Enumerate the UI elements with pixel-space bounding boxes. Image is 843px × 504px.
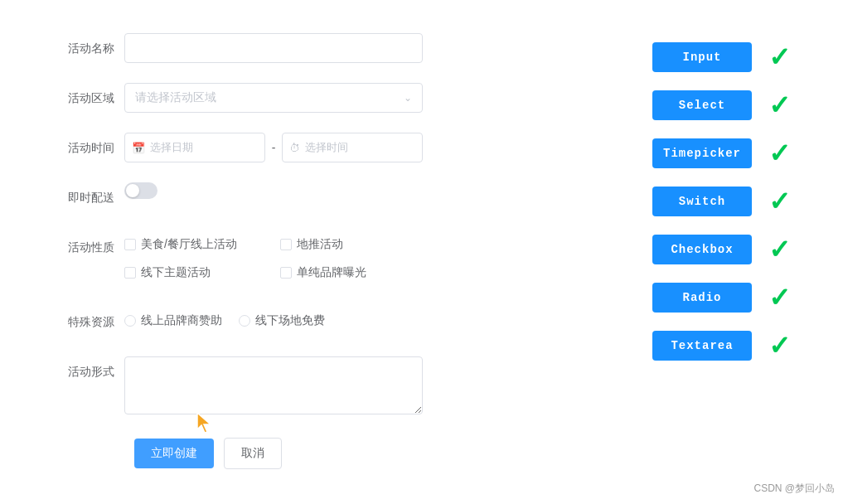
checkbox-item-2[interactable]: 线下主题活动 bbox=[124, 265, 267, 280]
clock-icon: ⏱ bbox=[289, 142, 300, 154]
select-area-placeholder: 请选择活动区域 bbox=[135, 90, 216, 105]
form-row-area: 活动区域 请选择活动区域 ⌄ bbox=[66, 83, 603, 113]
type-btn-textarea[interactable]: Textarea bbox=[652, 331, 752, 361]
checkbox-item-0[interactable]: 美食/餐厅线上活动 bbox=[124, 237, 267, 252]
checkbox-label-1: 地推活动 bbox=[297, 237, 343, 252]
label-delivery: 即时配送 bbox=[66, 182, 124, 212]
date-separator: - bbox=[272, 141, 276, 154]
control-name bbox=[124, 33, 603, 63]
form-row-delivery: 即时配送 bbox=[66, 182, 603, 212]
chevron-down-icon: ⌄ bbox=[404, 92, 412, 104]
type-row-input: Input ✓ bbox=[652, 33, 826, 81]
type-row-timepicker: Timepicker ✓ bbox=[652, 129, 826, 177]
form-row-acttype: 活动形式 bbox=[66, 356, 603, 418]
switch-delivery[interactable] bbox=[124, 182, 603, 199]
type-btn-checkbox[interactable]: Checkbox bbox=[652, 235, 752, 264]
checkbox-box-3 bbox=[280, 267, 292, 279]
check-icon-timepicker: ✓ bbox=[768, 140, 791, 167]
time-placeholder: 选择时间 bbox=[305, 140, 348, 155]
radio-item-1[interactable]: 线下场地免费 bbox=[239, 313, 325, 328]
check-icon-switch: ✓ bbox=[768, 188, 791, 215]
watermark: CSDN @梦回小岛 bbox=[753, 482, 835, 496]
checkbox-box-2 bbox=[124, 267, 136, 279]
switch-thumb bbox=[126, 184, 139, 197]
type-row-radio: Radio ✓ bbox=[652, 274, 826, 322]
checkbox-label-3: 单纯品牌曝光 bbox=[297, 265, 366, 280]
calendar-icon: 📅 bbox=[132, 142, 145, 154]
control-nature: 美食/餐厅线上活动 地推活动 线下主题活动 单纯品牌曝光 bbox=[124, 232, 603, 287]
form-row-resource: 特殊资源 线上品牌商赞助 线下场地免费 bbox=[66, 307, 603, 337]
radio-item-0[interactable]: 线上品牌商赞助 bbox=[124, 313, 222, 328]
checkbox-item-1[interactable]: 地推活动 bbox=[280, 237, 423, 252]
cursor-icon bbox=[194, 411, 214, 431]
date-input[interactable]: 📅 选择日期 bbox=[124, 133, 265, 162]
checkbox-box-0 bbox=[124, 239, 136, 250]
date-placeholder: 选择日期 bbox=[150, 140, 193, 155]
type-row-select: Select ✓ bbox=[652, 81, 826, 129]
check-icon-checkbox: ✓ bbox=[768, 236, 791, 263]
form-row-time: 活动时间 📅 选择日期 - ⏱ 选择时间 bbox=[66, 133, 603, 162]
checkbox-group-nature: 美食/餐厅线上活动 地推活动 线下主题活动 单纯品牌曝光 bbox=[124, 232, 423, 287]
type-row-switch: Switch ✓ bbox=[652, 177, 826, 225]
button-row: 立即创建 取消 bbox=[66, 438, 603, 469]
submit-button[interactable]: 立即创建 bbox=[134, 439, 214, 468]
control-area: 请选择活动区域 ⌄ bbox=[124, 83, 603, 113]
control-resource: 线上品牌商赞助 线下场地免费 bbox=[124, 307, 603, 328]
radio-label-1: 线下场地免费 bbox=[255, 313, 325, 328]
check-icon-textarea: ✓ bbox=[768, 332, 791, 359]
type-row-textarea: Textarea ✓ bbox=[652, 322, 826, 370]
cancel-button[interactable]: 取消 bbox=[224, 438, 282, 469]
time-input[interactable]: ⏱ 选择时间 bbox=[282, 133, 423, 162]
label-nature: 活动性质 bbox=[66, 232, 124, 262]
right-panel: Input ✓ Select ✓ Timepicker ✓ Switch ✓ C… bbox=[652, 17, 843, 486]
type-btn-switch[interactable]: Switch bbox=[652, 187, 752, 216]
textarea-acttype[interactable] bbox=[124, 356, 423, 414]
switch-track bbox=[124, 182, 157, 199]
type-btn-radio[interactable]: Radio bbox=[652, 283, 752, 313]
control-acttype bbox=[124, 356, 603, 418]
radio-circle-0 bbox=[124, 315, 136, 327]
label-name: 活动名称 bbox=[66, 33, 124, 63]
datetime-group: 📅 选择日期 - ⏱ 选择时间 bbox=[124, 133, 423, 162]
check-icon-input: ✓ bbox=[768, 44, 791, 70]
checkbox-box-1 bbox=[280, 239, 292, 250]
form-section: 活动名称 活动区域 请选择活动区域 ⌄ 活动时间 bbox=[0, 17, 652, 486]
label-time: 活动时间 bbox=[66, 133, 124, 162]
form-row-nature: 活动性质 美食/餐厅线上活动 地推活动 线下主题活动 bbox=[66, 232, 603, 287]
radio-label-0: 线上品牌商赞助 bbox=[141, 313, 222, 328]
check-icon-select: ✓ bbox=[768, 92, 791, 119]
checkbox-item-3[interactable]: 单纯品牌曝光 bbox=[280, 265, 423, 280]
control-time: 📅 选择日期 - ⏱ 选择时间 bbox=[124, 133, 603, 162]
label-resource: 特殊资源 bbox=[66, 307, 124, 337]
input-name[interactable] bbox=[124, 33, 423, 63]
type-btn-select[interactable]: Select bbox=[652, 90, 752, 120]
type-btn-input[interactable]: Input bbox=[652, 42, 752, 72]
select-area[interactable]: 请选择活动区域 ⌄ bbox=[124, 83, 423, 113]
label-acttype: 活动形式 bbox=[66, 356, 124, 386]
checkbox-label-0: 美食/餐厅线上活动 bbox=[141, 237, 237, 252]
label-area: 活动区域 bbox=[66, 83, 124, 113]
checkbox-label-2: 线下主题活动 bbox=[141, 265, 211, 280]
control-delivery bbox=[124, 182, 603, 199]
check-icon-radio: ✓ bbox=[768, 284, 791, 311]
form-row-name: 活动名称 bbox=[66, 33, 603, 63]
radio-circle-1 bbox=[239, 315, 250, 327]
type-btn-timepicker[interactable]: Timepicker bbox=[652, 138, 752, 168]
type-row-checkbox: Checkbox ✓ bbox=[652, 225, 826, 274]
radio-group-resource: 线上品牌商赞助 线下场地免费 bbox=[124, 307, 603, 328]
